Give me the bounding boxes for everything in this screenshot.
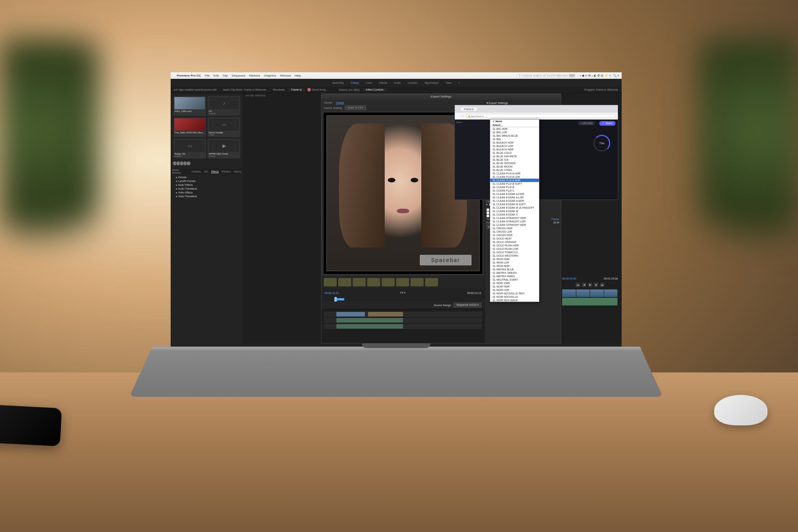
tab-effect-controls[interactable]: Effect Controls [363, 88, 387, 91]
tab-effects-lower[interactable]: Effects [211, 170, 219, 173]
lut-option[interactable]: SL CLEAN KODAK B ULTRASOFT [490, 206, 539, 209]
lut-option[interactable]: SL MATRIX GREEN [490, 271, 539, 275]
lut-option[interactable]: SL BLUE STEEL [490, 168, 539, 172]
browser-tab[interactable]: Frame.io [461, 107, 477, 111]
lut-option[interactable]: SL IRON HDR [490, 257, 539, 261]
lut-option[interactable]: SL BLEACH NDR [490, 148, 539, 151]
lut-option[interactable]: SL CLEAN FUJI B [490, 185, 539, 189]
lut-option[interactable]: SL BIG LDR [490, 131, 539, 134]
tab-frameio[interactable]: Frame.io [288, 88, 305, 91]
tree-item[interactable]: ▸ Audio Effects [172, 183, 241, 187]
bin-item[interactable]: ▶APPROVED Finals3 items [208, 139, 240, 158]
lut-dropdown-list[interactable]: NoneSelect…SL BIG HDRSL BIG LDRSL BIG MI… [490, 119, 539, 302]
lut-option[interactable]: SL BLEACH LDR [490, 144, 539, 148]
play-icon[interactable]: ▶ [588, 283, 592, 287]
lut-option[interactable]: SL BIG MINUS BLUE [490, 134, 539, 137]
tc-out[interactable]: 00:00:24;16 [467, 292, 481, 294]
upload-button[interactable]: + UPLOAD [578, 121, 595, 125]
ws-overflow-icon[interactable]: » [459, 81, 460, 84]
ws-assembly[interactable]: Assembly [332, 81, 344, 84]
lut-option[interactable]: SL NEUTRAL START [490, 278, 539, 281]
menu-edit[interactable]: Edit [213, 74, 219, 77]
lut-option[interactable]: SL CROSS HDR [490, 227, 539, 230]
lut-option[interactable]: SL IRON NDR [490, 264, 539, 268]
lut-option[interactable]: SL BLEACH HDR [490, 141, 539, 144]
forward-icon[interactable]: › [459, 115, 460, 117]
ws-titles[interactable]: Titles [445, 81, 451, 84]
scaling-dropdown[interactable]: Scale To Fit ▾ [345, 105, 366, 110]
tab-libraries[interactable]: Libraries [192, 170, 201, 173]
lut-option[interactable]: SL CLEAN KODAK C [490, 213, 539, 216]
lut-option[interactable]: SL GOLD TOBACCO [490, 251, 539, 254]
export-range-slider[interactable] [321, 297, 485, 301]
collaborator-avatars[interactable] [172, 160, 241, 167]
lut-option[interactable]: SL NOIR LDR [490, 288, 539, 292]
ws-editing[interactable]: Editing [351, 81, 359, 84]
tab-resolume[interactable]: Resolume [270, 88, 288, 91]
program-tc-left[interactable]: 00:00:09;00 [562, 277, 576, 283]
ws-audio[interactable]: Audio [394, 81, 401, 84]
lut-option[interactable]: SL CLEAN FUJI C [490, 189, 539, 192]
bin-item[interactable]: One_Sight_ENGLISH_Mon… [173, 117, 206, 137]
tab-history[interactable]: History [234, 170, 241, 173]
ws-color[interactable]: Color [366, 81, 372, 84]
track-a1[interactable] [324, 318, 482, 323]
lut-option[interactable]: SL IRON LDR [490, 261, 539, 264]
menu-file[interactable]: File [205, 74, 210, 77]
mini-timeline[interactable] [321, 309, 485, 343]
start-tc-checkbox[interactable] [486, 214, 489, 217]
ws-bigtimeline[interactable]: Big timeline [425, 81, 438, 84]
lut-option[interactable]: SL GOLD RUSH LDR [490, 247, 539, 251]
back-icon[interactable]: ‹ [457, 115, 458, 117]
lut-option[interactable]: SL CLEAN STRAIGHT HDR [490, 216, 539, 220]
reload-icon[interactable]: ⟳ [462, 115, 464, 118]
lut-option[interactable]: SL CLEAN FUJI B SOFT [490, 182, 539, 185]
url-bar[interactable]: 🔒 app.frame.io [466, 114, 616, 118]
program-timeline-strip[interactable] [562, 289, 618, 308]
lut-option[interactable]: SL GOLD HEAT [490, 237, 539, 240]
ws-libraries[interactable]: Libraries [408, 81, 418, 84]
lut-option[interactable]: SL NOIR NOUVELLE RED [490, 292, 539, 295]
goto-in-icon[interactable]: ⏮ [576, 283, 580, 287]
lut-option[interactable]: SL NOIR HDR [490, 285, 539, 288]
spotlight-search[interactable]: ⚲ compose email to all Summit attendees … [517, 74, 578, 78]
menu-clip[interactable]: Clip [222, 74, 228, 77]
lut-option[interactable]: SL CLEAN KODAK A HDR [490, 192, 539, 196]
tab-markers[interactable]: Markers [222, 170, 230, 173]
tab-media-browser[interactable]: Media Browser [172, 169, 189, 174]
tab-source-preview[interactable]: Source [324, 101, 332, 104]
max-render-checkbox[interactable] [486, 208, 489, 211]
lut-option[interactable]: SL CLEAN FUJI A HDR [490, 172, 539, 175]
tab-audio-mixer[interactable]: Audio Clip Mixer: Frame.io Welcome [220, 88, 269, 91]
lut-option[interactable]: Select… [490, 123, 539, 127]
app-name[interactable]: Premiere Pro CC [177, 74, 201, 77]
lut-option[interactable]: SL CLEAN KODAK A NDR [490, 199, 539, 203]
source-range-dropdown[interactable]: Sequence In/Out ▾ [454, 303, 481, 307]
fit-dropdown[interactable]: Fit ▾ [400, 291, 406, 294]
bin-item[interactable]: A001_C003.mp4 [173, 96, 206, 116]
tree-item[interactable]: ▸ Video Effects [172, 191, 241, 195]
menubar-status-icons[interactable]: ▪ ◆ ⎋ ✉ ♪ ◐ ⚙ ⏣ ⚡ ᯤ 🔍 ≡ [580, 74, 619, 77]
lut-option[interactable]: SL BLUE COLD [490, 151, 539, 155]
tab-info[interactable]: Info [204, 170, 208, 173]
menu-sequence[interactable]: Sequence [232, 74, 245, 77]
tab-output-preview[interactable]: Output [336, 101, 344, 104]
time-interp-dropdown[interactable]: Frame [552, 218, 559, 220]
lut-option[interactable]: SL NOIR 1985 [490, 281, 539, 285]
lut-option[interactable]: SL CROSS LDR [490, 230, 539, 233]
lut-option[interactable]: SL CLEAN STRAIGHT NDR [490, 223, 539, 227]
tc-in[interactable]: 00:00:22;42 [325, 292, 339, 294]
track-v1[interactable] [324, 312, 482, 317]
lut-option[interactable]: SL BLUE DAY4NITE [490, 155, 539, 158]
lut-option[interactable]: SL CLEAN STRAIGHT LDR [490, 220, 539, 223]
lut-option[interactable]: SL CLEAN FUJI A LDR [490, 175, 539, 179]
tab-program[interactable]: Program: Frame.io Welcome [581, 88, 622, 91]
tab-source[interactable]: Source: (no clips) [336, 88, 363, 91]
tree-item[interactable]: ▸ Lumetri Presets [172, 179, 241, 183]
lut-option[interactable]: None [490, 120, 539, 123]
import-project-checkbox[interactable] [486, 211, 489, 214]
lut-option[interactable]: SL CLEAN KODAK A LDR [490, 196, 539, 199]
export-thumbnail-strip[interactable] [321, 276, 485, 288]
lut-option[interactable]: SL CROSS NDR [490, 233, 539, 237]
bin-item[interactable]: ♪VO3 items [208, 96, 240, 116]
